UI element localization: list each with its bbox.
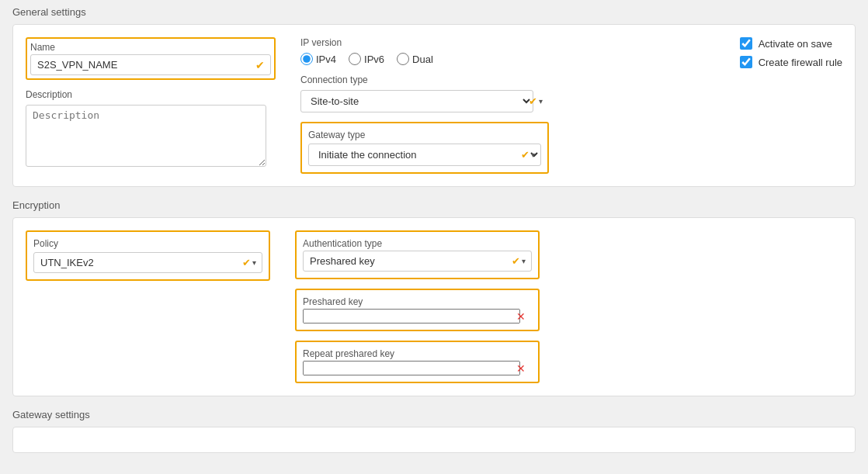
repeat-preshared-key-clear-icon[interactable]: ✕ (516, 362, 526, 375)
auth-type-label: Authentication type (303, 238, 532, 249)
ip-version-options: IPv4 IPv6 Dual (300, 53, 549, 65)
create-firewall-rule-checkbox[interactable] (740, 56, 752, 68)
ip-version-group: IP version IPv4 IPv6 Dual (300, 37, 549, 65)
auth-type-select-wrap: Preshared key ✔ ▾ (303, 251, 532, 272)
gateway-type-label: Gateway type (308, 130, 541, 140)
connection-type-caret-icon: ▾ (539, 97, 543, 106)
auth-type-select[interactable]: Preshared key (303, 251, 532, 272)
preshared-key-clear-icon[interactable]: ✕ (516, 310, 526, 323)
ipv4-radio-label[interactable]: IPv4 (300, 53, 336, 65)
general-settings-title: General settings (12, 6, 856, 18)
gateway-settings-title: Gateway settings (12, 409, 856, 420)
activate-on-save-text: Activate on save (759, 38, 832, 50)
auth-type-field-group: Authentication type Preshared key ✔ ▾ (295, 230, 540, 279)
description-field-group: Description (26, 89, 276, 167)
policy-label: Policy (33, 238, 262, 249)
preshared-key-wrap: ✕ (303, 309, 532, 323)
repeat-preshared-key-wrap: ✕ (303, 361, 532, 375)
activate-on-save-label[interactable]: Activate on save (740, 37, 842, 50)
gateway-type-select[interactable]: Initiate the connection (308, 144, 541, 166)
encryption-title: Encryption (12, 199, 856, 211)
auth-block: Authentication type Preshared key ✔ ▾ Pr… (295, 230, 540, 383)
name-input-wrap: ✔ (30, 54, 271, 75)
left-column: Name ✔ Description (26, 37, 276, 167)
activate-on-save-checkbox[interactable] (740, 37, 752, 50)
ipv4-radio[interactable] (300, 53, 313, 65)
create-firewall-rule-text: Create firewall rule (759, 57, 842, 68)
policy-select[interactable]: UTN_IKEv2 (33, 252, 262, 273)
middle-column: IP version IPv4 IPv6 Dual (300, 37, 549, 174)
policy-field-group: Policy UTN_IKEv2 ✔ ▾ (26, 230, 270, 281)
name-check-icon: ✔ (255, 59, 265, 71)
dual-radio-label[interactable]: Dual (397, 53, 433, 65)
name-field-group: Name ✔ (26, 37, 276, 80)
dual-radio[interactable] (397, 53, 409, 65)
preshared-key-label: Preshared key (303, 296, 532, 307)
gateway-settings-card (12, 427, 856, 453)
policy-select-wrap: UTN_IKEv2 ✔ ▾ (33, 252, 262, 273)
repeat-preshared-key-label: Repeat preshared key (303, 348, 532, 359)
name-label: Name (30, 42, 271, 53)
preshared-key-group: Preshared key ✕ (295, 289, 540, 331)
connection-type-label: Connection type (300, 74, 549, 85)
dual-label: Dual (412, 54, 433, 65)
preshared-key-input[interactable] (303, 309, 520, 323)
ipv6-radio[interactable] (349, 53, 361, 65)
ipv4-label: IPv4 (316, 54, 336, 65)
description-textarea[interactable] (26, 105, 266, 167)
general-settings-card: Name ✔ Description IP version (12, 24, 856, 187)
encryption-row: Policy UTN_IKEv2 ✔ ▾ Authentication type (26, 230, 842, 383)
repeat-preshared-key-group: Repeat preshared key ✕ (295, 341, 540, 383)
ipv6-radio-label[interactable]: IPv6 (349, 53, 384, 65)
right-column: Activate on save Create firewall rule (740, 37, 842, 68)
ip-version-label: IP version (300, 37, 549, 48)
page: General settings Name ✔ Description (0, 0, 868, 474)
description-label: Description (26, 89, 276, 100)
encryption-card: Policy UTN_IKEv2 ✔ ▾ Authentication type (12, 217, 856, 396)
name-input[interactable] (30, 54, 271, 75)
repeat-preshared-key-input[interactable] (303, 361, 520, 375)
connection-type-field-group: Connection type Site-to-site ✔ ▾ (300, 74, 549, 112)
gateway-type-field-group: Gateway type Initiate the connection ✔ ▾ (300, 122, 549, 174)
gateway-type-select-wrap: Initiate the connection ✔ ▾ (308, 144, 541, 166)
connection-type-select-wrap: Site-to-site ✔ ▾ (300, 90, 549, 112)
create-firewall-rule-label[interactable]: Create firewall rule (740, 56, 842, 68)
connection-type-select[interactable]: Site-to-site (300, 90, 533, 112)
ipv6-label: IPv6 (364, 54, 384, 65)
